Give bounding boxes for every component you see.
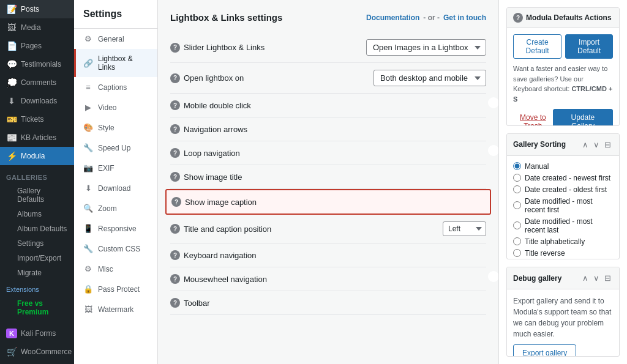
gallery-sorting-up-button[interactable]: ∧ [580,139,590,150]
sort-date-modified-last[interactable]: Date modified - most recent last [513,217,613,234]
sort-date-newest[interactable]: Date created - newest first [513,174,613,182]
gallery-actions-row: Move to Trash Update Gallery [513,109,613,126]
help-badge-toolbar[interactable]: ? [170,298,180,308]
gallery-sorting-expand-button[interactable]: ⊟ [603,139,613,150]
speed-up-nav-icon: 🔧 [83,143,93,152]
setting-row-slider-lightbox: ? Slider Lightbox & Links Open Images in… [170,32,486,63]
sidebar-item-posts[interactable]: 📝 Posts [0,0,74,18]
settings-nav-misc[interactable]: ⚙ Misc [74,259,157,279]
setting-row-toolbar: ? Toolbar [170,291,486,315]
comments-icon: 💭 [6,78,17,87]
help-badge-image-title[interactable]: ? [170,172,180,182]
sidebar-subitem-albums[interactable]: Albums [0,207,74,221]
sort-date-modified-recent[interactable]: Date modified - most recent first [513,197,613,214]
help-badge-keyboard[interactable]: ? [170,250,180,260]
pages-icon: 📄 [6,41,17,51]
help-badge-mobile[interactable]: ? [170,100,180,110]
debug-gallery-expand-button[interactable]: ⊟ [603,272,613,284]
help-badge-mousewheel[interactable]: ? [170,274,180,284]
sidebar-subitem-gallery-defaults[interactable]: Gallery Defaults [0,184,74,207]
move-to-trash-button[interactable]: Move to Trash [513,113,553,126]
gallery-sorting-down-button[interactable]: ∨ [591,139,601,150]
lightbox-section-title: Lightbox & Links settings Documentation … [170,12,486,23]
settings-nav-zoom[interactable]: 🔍 Zoom [74,198,157,218]
sidebar-subitem-import-export[interactable]: Import/Export [0,251,74,266]
debug-gallery-section: Debug gallery ∧ ∨ ⊟ Export gallery and s… [506,267,620,357]
debug-gallery-down-button[interactable]: ∨ [591,272,601,284]
setting-row-mousewheel-navigation: ? Mousewheel navigation [170,267,486,291]
video-nav-icon: ▶ [83,103,93,112]
kb-articles-icon: 📰 [6,133,17,143]
sort-manual[interactable]: Manual [513,162,613,171]
sidebar-item-kb-articles[interactable]: 📰 KB Articles [0,128,74,147]
help-badge-open-lightbox[interactable]: ? [170,73,180,83]
debug-gallery-description: Export gallery and send it to Modula's s… [513,295,613,340]
modula-defaults-help-badge[interactable]: ? [513,13,523,23]
settings-nav-lightbox-links[interactable]: 🔗 Lightbox & Links [74,49,157,77]
zoom-nav-icon: 🔍 [83,204,93,213]
gallery-sorting-controls: ∧ ∨ ⊟ [580,139,613,150]
sidebar-item-pages[interactable]: 📄 Pages [0,37,74,55]
setting-label-navigation-arrows: ? Navigation arrows [170,124,486,134]
settings-nav-style[interactable]: 🎨 Style [74,117,157,138]
debug-gallery-up-button[interactable]: ∧ [580,272,590,284]
main-content: Settings ⚙ General 🔗 Lightbox & Links ≡ … [74,0,627,364]
settings-nav-responsive[interactable]: 📱 Responsive [74,218,157,239]
custom-css-nav-icon: 🔧 [83,244,93,253]
settings-nav-speed-up[interactable]: 🔧 Speed Up [74,138,157,158]
slider-lightbox-select[interactable]: Open Images in a Lightbox Link to Page N… [366,39,486,56]
settings-nav-video[interactable]: ▶ Video [74,97,157,117]
help-badge-image-caption[interactable]: ? [171,197,181,207]
sidebar-item-woocommerce[interactable]: 🛒 WooCommerce [0,343,74,361]
sort-title-reverse[interactable]: Title reverse [513,249,613,258]
help-badge-nav-arrows[interactable]: ? [170,124,180,134]
sort-title-alpha[interactable]: Title alphabetically [513,237,613,246]
modula-defaults-header: ? Modula Defaults Actions [507,8,619,28]
sidebar-subitem-migrate[interactable]: Migrate [0,266,74,280]
sidebar-subitem-settings[interactable]: Settings [0,236,74,251]
export-gallery-button[interactable]: Export gallery [513,344,576,357]
posts-icon: 📝 [6,4,17,14]
settings-nav-general[interactable]: ⚙ General [74,29,157,49]
setting-control-slider-lightbox[interactable]: Open Images in a Lightbox Link to Page N… [366,39,486,56]
setting-row-keyboard-navigation: ? Keyboard navigation [170,243,486,267]
defaults-action-buttons: Create Default Import Default [513,34,613,59]
settings-nav-custom-css[interactable]: 🔧 Custom CSS [74,239,157,259]
sidebar-item-tickets[interactable]: 🎫 Tickets [0,110,74,128]
help-badge-loop[interactable]: ? [170,148,180,158]
create-default-button[interactable]: Create Default [513,34,561,59]
setting-label-show-image-caption: ? Show image caption [171,197,485,207]
sidebar-item-products[interactable]: 📦 Products [0,361,74,364]
style-nav-icon: 🎨 [83,123,93,132]
settings-nav-watermark[interactable]: 🖼 Watermark [74,299,157,319]
modula-icon: ⚡ [6,151,17,161]
defaults-notice: Want a faster and easier way to save gal… [513,64,613,104]
help-badge-slider[interactable]: ? [170,43,180,53]
section-links: Documentation - or - Get in touch [366,13,486,22]
import-default-button[interactable]: Import Default [565,34,613,59]
sidebar-subitem-album-defaults[interactable]: Album Defaults [0,221,74,236]
settings-nav-exif[interactable]: 📷 EXIF [74,158,157,178]
settings-nav-pass-protect[interactable]: 🔒 Pass Protect [74,279,157,299]
sidebar-item-kali-forms[interactable]: K Kali Forms [0,324,74,343]
settings-nav-download[interactable]: ⬇ Download [74,178,157,198]
get-in-touch-link[interactable]: Get in touch [443,13,486,22]
sort-date-oldest[interactable]: Date created - oldest first [513,185,613,194]
setting-control-open-lightbox[interactable]: Both desktop and mobile Desktop only Mob… [374,70,486,86]
sidebar-item-comments[interactable]: 💭 Comments [0,73,74,92]
settings-nav: Settings ⚙ General 🔗 Lightbox & Links ≡ … [74,0,158,364]
sidebar-item-downloads[interactable]: ⬇ Downloads [0,92,74,110]
settings-nav-captions[interactable]: ≡ Captions [74,77,157,97]
documentation-link[interactable]: Documentation [366,13,419,22]
title-caption-position-select[interactable]: Left Center Right [443,221,486,236]
help-badge-title-position[interactable]: ? [170,224,180,234]
sidebar-item-testimonials[interactable]: 💬 Testimonials [0,55,74,73]
setting-row-open-lightbox: ? Open lightbox on Both desktop and mobi… [170,63,486,94]
sidebar-item-media[interactable]: 🖼 Media [0,18,74,37]
free-vs-premium[interactable]: Free vs Premium [0,296,74,319]
gallery-sorting-radio-group: Manual Date created - newest first Date … [513,162,613,259]
setting-control-title-caption-position[interactable]: Left Center Right [443,221,486,236]
sidebar-item-modula[interactable]: ⚡ Modula [0,147,74,165]
update-gallery-button[interactable]: Update Gallery [553,109,613,126]
open-lightbox-select[interactable]: Both desktop and mobile Desktop only Mob… [374,70,486,86]
